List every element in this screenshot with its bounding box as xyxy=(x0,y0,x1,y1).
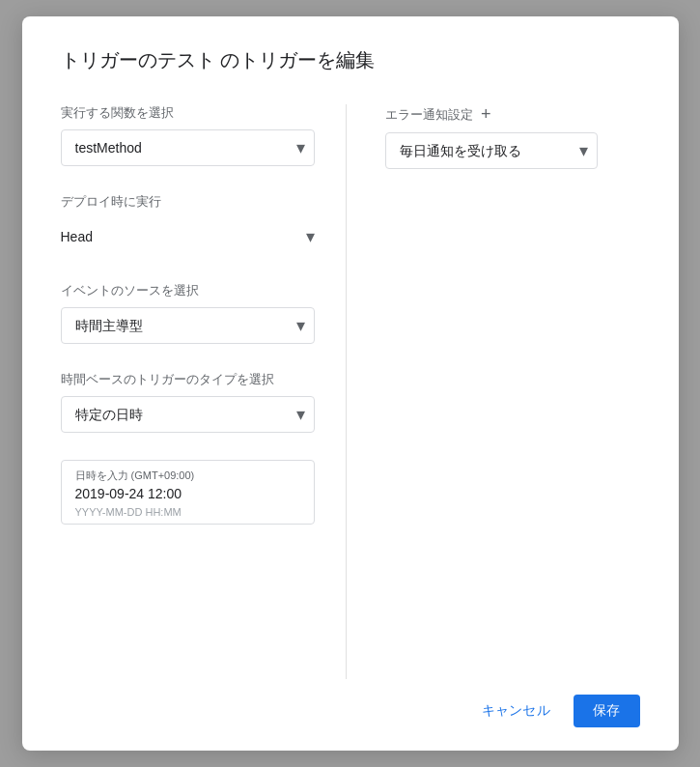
function-field-group: 実行する関数を選択 testMethod ▾ xyxy=(61,104,316,166)
deploy-chevron-icon: ▾ xyxy=(306,226,315,247)
datetime-input[interactable] xyxy=(75,486,301,501)
cancel-button[interactable]: キャンセル xyxy=(466,695,566,727)
event-source-field-group: イベントのソースを選択 時間主導型 ▾ xyxy=(61,282,316,344)
error-notification-label: エラー通知設定 xyxy=(385,106,473,124)
function-select-wrapper: testMethod ▾ xyxy=(61,129,316,166)
deploy-select-wrapper[interactable]: Head ▾ xyxy=(61,218,316,255)
event-source-select-wrapper: 時間主導型 ▾ xyxy=(61,307,316,344)
datetime-hint: YYYY-MM-DD HH:MM xyxy=(75,506,301,518)
dialog-footer: キャンセル 保存 xyxy=(61,679,640,727)
save-button[interactable]: 保存 xyxy=(574,695,640,727)
left-column: 実行する関数を選択 testMethod ▾ デプロイ時に実行 Head ▾ xyxy=(61,104,348,679)
deploy-label: デプロイ時に実行 xyxy=(61,193,316,211)
datetime-legend: 日時を入力 (GMT+09:00) xyxy=(75,469,301,483)
datetime-wrapper: 日時を入力 (GMT+09:00) YYYY-MM-DD HH:MM xyxy=(61,460,316,525)
dialog: トリガーのテスト のトリガーを編集 実行する関数を選択 testMethod ▾ xyxy=(22,16,679,751)
right-column: エラー通知設定 + 毎日通知を受け取る ▾ xyxy=(347,104,640,679)
function-label: 実行する関数を選択 xyxy=(61,104,316,122)
datetime-field-group: 日時を入力 (GMT+09:00) YYYY-MM-DD HH:MM xyxy=(61,460,316,525)
dialog-body: 実行する関数を選択 testMethod ▾ デプロイ時に実行 Head ▾ xyxy=(61,104,640,679)
trigger-type-select[interactable]: 特定の日時 xyxy=(61,396,316,433)
add-notification-icon[interactable]: + xyxy=(481,104,491,125)
notification-select-wrapper: 毎日通知を受け取る ▾ xyxy=(385,132,598,169)
error-notification-header: エラー通知設定 + xyxy=(385,104,640,125)
notification-select[interactable]: 毎日通知を受け取る xyxy=(385,132,598,169)
event-source-label: イベントのソースを選択 xyxy=(61,282,316,299)
dialog-title: トリガーのテスト のトリガーを編集 xyxy=(61,47,640,73)
deploy-field-group: デプロイ時に実行 Head ▾ xyxy=(61,193,316,255)
trigger-type-field-group: 時間ベースのトリガーのタイプを選択 特定の日時 ▾ xyxy=(61,371,316,433)
event-source-select[interactable]: 時間主導型 xyxy=(61,307,316,344)
function-select[interactable]: testMethod xyxy=(61,129,316,166)
trigger-type-select-wrapper: 特定の日時 ▾ xyxy=(61,396,316,433)
deploy-value: Head xyxy=(61,229,307,244)
dialog-overlay: トリガーのテスト のトリガーを編集 実行する関数を選択 testMethod ▾ xyxy=(0,0,700,767)
trigger-type-label: 時間ベースのトリガーのタイプを選択 xyxy=(61,371,316,388)
